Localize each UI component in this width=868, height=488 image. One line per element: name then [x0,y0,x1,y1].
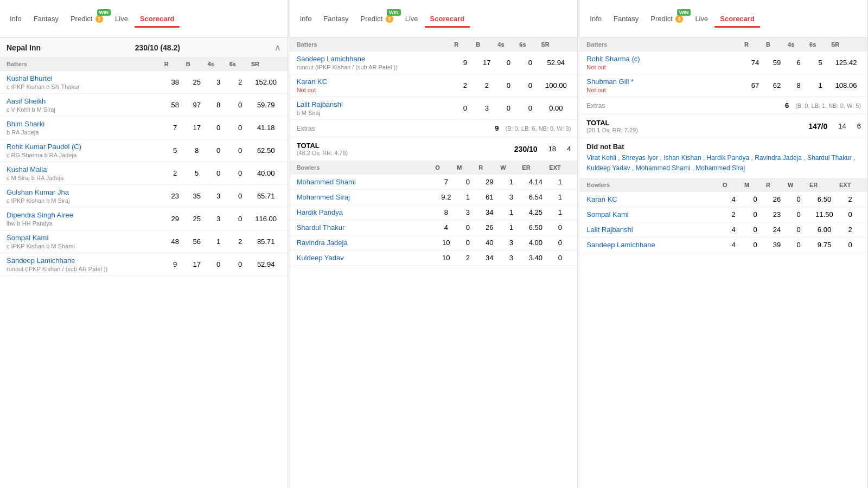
tab-predict-2[interactable]: Predict WIN $ [355,10,399,28]
stat-r: 58 [164,97,186,113]
tab-live-1[interactable]: Live [110,10,133,27]
did-not-bat-title: Did not Bat [586,143,861,151]
stat-r: 38 [164,74,186,90]
player-name[interactable]: Ravindra Jadeja [297,239,436,247]
tab-info-2[interactable]: Info [295,10,317,27]
player-name[interactable]: Kuldeep Yadav [297,254,436,262]
stat-sr: 65.71 [251,188,281,204]
player-dismissal: c M Siraj b RA Jadeja [7,175,164,181]
player-name[interactable]: Bhim Sharki [7,120,164,128]
stat-r: 48 [164,234,186,249]
nepal-content: Nepal Inn 230/10 (48.2) ∧ Batters R B 4s… [0,38,288,488]
predict-label-1: Predict [71,15,92,23]
stat-r: 9 [164,256,186,272]
col-bowlers: Bowlers [297,164,436,171]
player-name[interactable]: Mohammed Shami [297,178,436,186]
batter-row: Sompal Kamic IPKP Kishan b M Shami 48 56… [0,230,288,253]
extras-label: Extras [297,125,315,132]
batter-row: Dipendra Singh Aireelbw b HH Pandya 29 2… [0,208,288,230]
stat-r: 23 [164,188,186,204]
bowler-row: Karan KC 4 0 26 0 6.50 2 [580,192,867,207]
extras-detail: (B: 0, LB: 6, NB: 0, W: 3) [506,125,571,132]
total-label-india: TOTAL [586,119,638,127]
player-name[interactable]: Kushal Malla [7,165,164,174]
batter-row: Sandeep Lamichhanerunout (IPKP Kishan / … [290,52,578,74]
player-name[interactable]: Sompal Kami [7,234,164,242]
player-name[interactable]: Sandeep Lamichhane [297,55,455,63]
stat-6s: 0 [229,143,251,158]
col-batters-india: Batters [586,41,744,48]
player-name[interactable]: Aasif Sheikh [7,97,164,105]
batters-header-india: Batters R B 4s 6s SR [580,38,867,52]
player-name[interactable]: Sandeep Lamichhane [7,256,164,265]
stat-6s: 0 [229,120,251,136]
tab-predict-1[interactable]: Predict WIN $ [65,10,108,28]
player-dismissal: c V Kohli b M Siraj [7,106,164,113]
batter-row: Aasif Sheikhc V Kohli b M Siraj 58 97 8 … [0,94,288,117]
tab-live-3[interactable]: Live [690,10,713,27]
stat-b: 25 [186,211,208,227]
total-4s: 18 [548,145,556,153]
player-name[interactable]: Sandeep Lamichhane [586,241,723,249]
nepal-panel: Info Fantasy Predict WIN $ Live Scorecar… [0,0,288,488]
batter-row: Rohit Kumar Paudel (C)c RG Sharma b RA J… [0,139,288,162]
tab-info-3[interactable]: Info [584,10,607,27]
player-name[interactable]: Mohammed Siraj [297,193,436,201]
india-tab-bar: Info Fantasy Predict WIN $ Live Scorecar… [580,0,867,38]
tab-scorecard-2[interactable]: Scorecard [425,10,470,27]
tab-fantasy-3[interactable]: Fantasy [608,10,644,27]
tab-scorecard-1[interactable]: Scorecard [135,10,180,27]
stat-b: 17 [186,256,208,272]
bowler-row: Sandeep Lamichhane 4 0 39 0 9.75 0 [580,237,867,253]
tab-info-1[interactable]: Info [4,10,27,27]
player-name[interactable]: Lalit Rajbanshi [297,100,455,108]
player-dismissal: runout (IPKP Kishan / (sub AR Patel )) [7,266,164,272]
player-name[interactable]: Rohit Sharma (c) [586,55,744,63]
player-name[interactable]: Kushal Bhurtel [7,74,164,82]
collapse-btn-nepal[interactable]: ∧ [275,42,281,53]
player-name[interactable]: Rohit Kumar Paudel (C) [7,143,164,151]
player-name[interactable]: Karan KC [586,195,723,203]
bowler-row: Mohammed Shami 7 0 29 1 4.14 1 [290,175,578,190]
predict-label-3: Predict [650,15,672,23]
player-name[interactable]: Dipendra Singh Airee [7,211,164,219]
col-bowlers-india: Bowlers [586,182,723,188]
stat-r: 2 [164,165,186,181]
stat-b: 35 [186,188,208,204]
batter-row: Lalit Rajbanshib M Siraj 0 3 0 0 0.00 [290,97,578,120]
batter-row: Rohit Sharma (c)Not out 74 59 6 5 125.42 [580,52,867,74]
total-overs-india: (20.1 Ov, RR: 7.29) [586,127,638,133]
player-dismissal: lbw b HH Pandya [7,220,164,227]
coin-icon-2: $ [386,15,393,23]
stat-6s: 0 [229,165,251,181]
player-name[interactable]: Lalit Rajbanshi [586,226,723,234]
tab-scorecard-3[interactable]: Scorecard [714,10,760,27]
col-b: B [186,61,208,67]
batter-row: Sandeep Lamichhanerunout (IPKP Kishan / … [0,253,288,276]
total-overs: (48.2 Ov, RR: 4.76) [297,150,348,156]
bowler-row: Mohammed Siraj 9.2 1 61 3 6.54 1 [290,190,578,205]
stat-4s: 3 [208,188,229,204]
col-6s: 6s [229,61,251,67]
stat-b: 8 [186,143,208,158]
player-name[interactable]: Sompal Kami [586,210,723,219]
player-name[interactable]: Shardul Thakur [297,223,436,232]
batter-row: Gulshan Kumar Jhac IPKP Kishan b M Siraj… [0,185,288,208]
bowler-row: Sompal Kami 2 0 23 0 11.50 0 [580,207,867,222]
player-name[interactable]: Karan KC [297,78,455,86]
tab-live-2[interactable]: Live [400,10,424,27]
tab-fantasy-1[interactable]: Fantasy [28,10,64,27]
batter-row: Shubman Gill *Not out 67 62 8 1 108.06 [580,74,867,97]
player-name[interactable]: Shubman Gill * [586,78,744,86]
player-dismissal: b M Siraj [297,110,455,116]
total-row-india: TOTAL (20.1 Ov, RR: 7.29) 147/0 14 6 [580,114,867,138]
player-dismissal: Not out [586,64,744,70]
player-name[interactable]: Hardik Pandya [297,208,436,216]
stat-4s: 0 [208,256,229,272]
player-dismissal: c RG Sharma b RA Jadeja [7,152,164,158]
stat-b: 97 [186,97,208,113]
tab-fantasy-2[interactable]: Fantasy [318,10,354,27]
stat-r: 29 [164,211,186,227]
tab-predict-3[interactable]: Predict WIN $ [645,10,688,28]
player-name[interactable]: Gulshan Kumar Jha [7,188,164,196]
